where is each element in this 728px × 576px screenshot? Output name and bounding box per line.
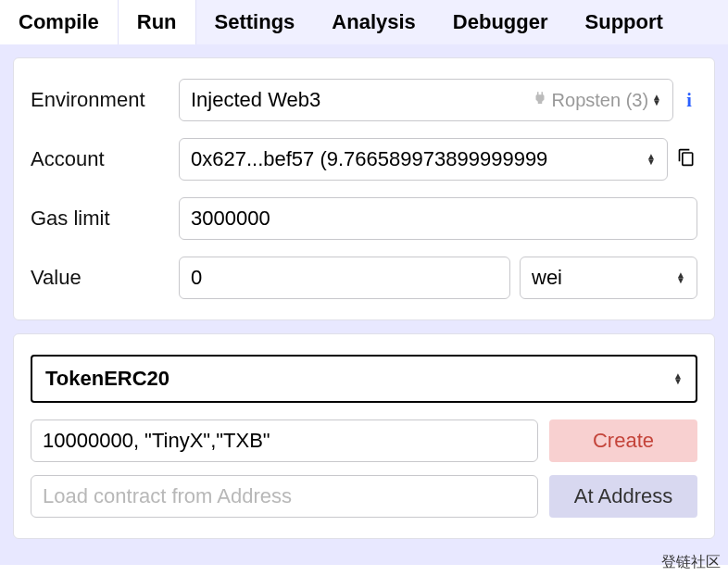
create-button[interactable]: Create (549, 419, 697, 462)
copy-icon[interactable] (675, 148, 697, 171)
value-label: Value (31, 266, 179, 290)
tab-settings[interactable]: Settings (196, 0, 314, 44)
info-icon[interactable]: i (681, 90, 697, 111)
account-value: 0x627...bef57 (9.766589973899999999 (191, 147, 646, 171)
environment-value: Injected Web3 (191, 88, 320, 112)
gas-limit-input[interactable] (179, 197, 697, 240)
plug-icon (532, 90, 548, 111)
environment-select[interactable]: Injected Web3 Ropsten (3) ▲▼ (179, 79, 673, 121)
load-address-input[interactable] (31, 475, 538, 518)
tab-run[interactable]: Run (118, 0, 196, 44)
account-select[interactable]: 0x627...bef57 (9.766589973899999999 ▲▼ (179, 138, 668, 181)
deploy-panel: TokenERC20 ▲▼ Create At Address (13, 333, 715, 539)
value-input[interactable] (179, 257, 510, 299)
sort-arrows-icon: ▲▼ (652, 94, 661, 106)
contract-select[interactable]: TokenERC20 ▲▼ (31, 355, 697, 403)
tab-bar: Compile Run Settings Analysis Debugger S… (0, 0, 728, 44)
tab-compile[interactable]: Compile (0, 0, 118, 44)
sort-arrows-icon: ▲▼ (676, 272, 685, 283)
network-indicator: Ropsten (3) (552, 90, 649, 111)
run-settings-panel: Environment Injected Web3 Ropsten (3) ▲▼… (13, 57, 715, 320)
unit-select[interactable]: wei ▲▼ (520, 257, 697, 299)
sort-arrows-icon: ▲▼ (673, 373, 683, 384)
tab-support[interactable]: Support (567, 0, 682, 44)
tab-debugger[interactable]: Debugger (434, 0, 567, 44)
unit-value: wei (532, 266, 562, 290)
contract-name: TokenERC20 (45, 367, 169, 391)
at-address-button[interactable]: At Address (549, 475, 697, 518)
environment-label: Environment (31, 88, 179, 112)
watermark-text: 登链社区 (661, 553, 721, 572)
tab-analysis[interactable]: Analysis (313, 0, 434, 44)
sort-arrows-icon: ▲▼ (646, 154, 656, 165)
constructor-params-input[interactable] (31, 419, 538, 462)
account-label: Account (31, 147, 179, 171)
gas-limit-label: Gas limit (31, 207, 179, 231)
